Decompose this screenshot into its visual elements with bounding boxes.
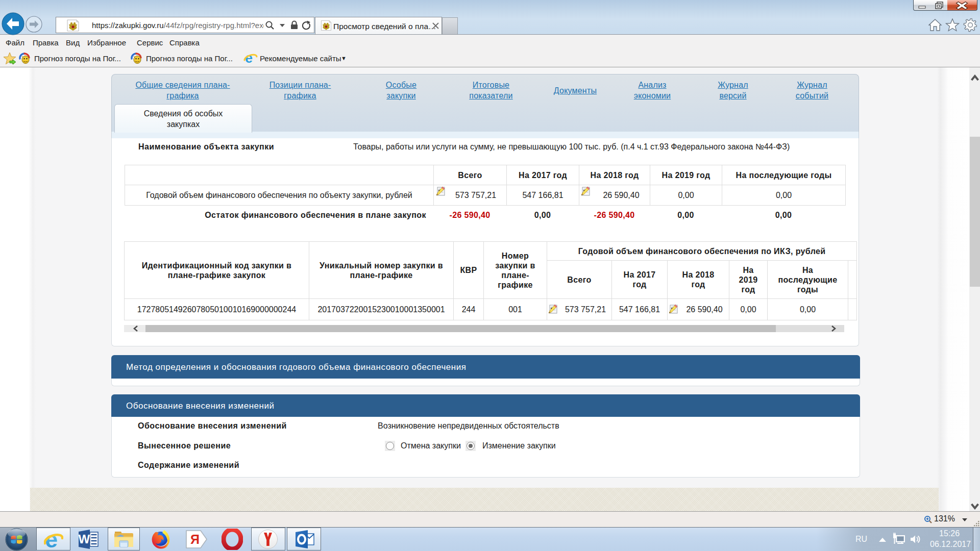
svg-text:W: W [79,532,90,546]
svg-text:Я: Я [190,532,200,546]
